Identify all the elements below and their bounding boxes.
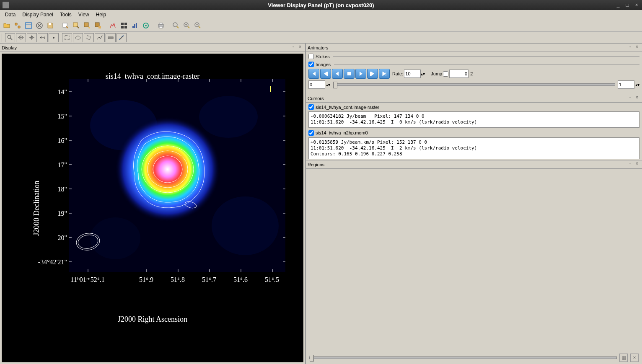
jump-max: 2 xyxy=(470,71,473,76)
ruler-tool[interactable] xyxy=(106,33,116,42)
ytick-6: 20" xyxy=(44,234,67,242)
anim-first-button[interactable] xyxy=(308,69,319,79)
frame-slider[interactable] xyxy=(333,83,615,86)
pan-tool[interactable] xyxy=(16,33,26,42)
plot-frame xyxy=(69,79,285,271)
jump-label: Jump xyxy=(431,71,442,76)
poly-region-tool[interactable] xyxy=(84,33,94,42)
menu-data[interactable]: Data xyxy=(2,11,19,18)
svg-rect-16 xyxy=(136,23,137,28)
display-undock-button[interactable]: ▫ xyxy=(290,44,297,51)
source-image xyxy=(109,111,226,228)
regions-delete-button[interactable]: × xyxy=(630,354,639,362)
register-button[interactable] xyxy=(13,21,23,31)
frame-start-input[interactable] xyxy=(308,80,325,89)
region-adjust-button[interactable] xyxy=(71,21,81,31)
profile-button[interactable] xyxy=(108,21,118,31)
menu-view[interactable]: View xyxy=(75,11,93,18)
xtick-2: 51ˢ.8 xyxy=(171,276,185,284)
cursors-close-button[interactable]: × xyxy=(634,95,640,102)
anim-play-button[interactable] xyxy=(367,69,378,79)
regions-body xyxy=(306,169,642,351)
animators-undock-button[interactable]: ▫ xyxy=(627,44,634,51)
maximize-button[interactable]: □ xyxy=(624,1,631,9)
menu-help[interactable]: Help xyxy=(93,11,110,18)
svg-rect-9 xyxy=(98,26,101,28)
cursors-undock-button[interactable]: ▫ xyxy=(627,95,634,102)
svg-rect-13 xyxy=(124,26,127,28)
svg-rect-12 xyxy=(121,26,124,28)
svg-rect-71 xyxy=(347,72,351,75)
region-picker-button[interactable] xyxy=(82,21,92,31)
point-tool[interactable] xyxy=(49,33,59,42)
rect-region-tool[interactable] xyxy=(62,33,72,42)
regions-grid-button[interactable]: ▦ xyxy=(619,354,628,362)
cursor1-checkbox[interactable] xyxy=(308,104,314,110)
ytick-4: 18" xyxy=(44,186,67,193)
anim-stop-button[interactable] xyxy=(344,69,355,79)
region-box-button[interactable] xyxy=(93,21,103,31)
zoom-unknown1-button[interactable] xyxy=(171,21,181,31)
svg-point-69 xyxy=(75,231,101,252)
new-region-button[interactable] xyxy=(60,21,70,31)
svg-rect-3 xyxy=(49,23,51,25)
zoom-in-button[interactable] xyxy=(182,21,192,31)
stretch-tool[interactable] xyxy=(38,33,48,42)
ellipse-region-tool[interactable] xyxy=(73,33,83,42)
anim-step-back-button[interactable] xyxy=(332,69,343,79)
regions-slider[interactable] xyxy=(309,356,617,359)
stokes-checkbox[interactable] xyxy=(308,54,314,59)
close-button[interactable]: × xyxy=(633,1,640,9)
print-button[interactable] xyxy=(156,21,166,31)
minimize-button[interactable]: _ xyxy=(614,1,622,9)
regions-title: Regions xyxy=(308,162,627,167)
display-area[interactable]: sis14_twhya_cont.image-raster J2000 Decl… xyxy=(2,54,303,362)
svg-point-18 xyxy=(145,25,147,26)
frame-end-input[interactable] xyxy=(618,80,634,89)
histogram-button[interactable] xyxy=(130,21,140,31)
animators-close-button[interactable]: × xyxy=(634,44,640,51)
jump-input[interactable] xyxy=(449,70,469,78)
cursor2-checkbox[interactable] xyxy=(308,130,314,136)
regions-close-button[interactable]: × xyxy=(634,161,640,168)
cursor1-data: -0.000634182 Jy/beam Pixel: 147 134 0 0 … xyxy=(308,111,639,128)
crosshair-tool[interactable] xyxy=(27,33,37,42)
svg-rect-0 xyxy=(26,23,31,28)
rate-label: Rate: xyxy=(392,71,403,76)
save-button[interactable] xyxy=(45,21,55,31)
xtick-0: 11ʰ01ᵐ52ˢ.1 xyxy=(70,276,104,284)
images-checkbox[interactable] xyxy=(308,62,314,67)
anim-rev-play-button[interactable] xyxy=(320,69,331,79)
toolbar-mouse xyxy=(0,32,642,44)
display-panel-title: Display xyxy=(2,45,290,50)
plot-ylabel: J2000 Declination xyxy=(32,181,41,235)
display-close-button[interactable]: × xyxy=(297,44,303,51)
moments-button[interactable] xyxy=(119,21,129,31)
pv-tool[interactable] xyxy=(116,33,127,42)
panel-button[interactable] xyxy=(23,21,34,31)
svg-rect-11 xyxy=(124,23,127,25)
polyline-tool[interactable] xyxy=(95,33,105,42)
jump-checkbox[interactable] xyxy=(443,71,448,77)
rate-input[interactable] xyxy=(404,70,421,78)
anim-last-button[interactable] xyxy=(379,69,390,79)
svg-point-7 xyxy=(88,27,90,28)
cursors-title: Cursors xyxy=(308,96,627,101)
window-title: Viewer Display Panel (pT) (on cvpost020) xyxy=(268,2,374,8)
zoom-out-button[interactable] xyxy=(193,21,203,31)
open-file-button[interactable] xyxy=(2,21,12,31)
display-panel-header: Display ▫ × xyxy=(0,44,305,52)
svg-point-29 xyxy=(75,36,80,39)
xtick-1: 51ˢ.9 xyxy=(139,276,153,284)
animators-panel-header: Animators ▫ × xyxy=(306,44,642,52)
regions-undock-button[interactable]: ▫ xyxy=(627,161,634,168)
anim-step-fwd-button[interactable] xyxy=(355,69,366,79)
close-data-button[interactable] xyxy=(34,21,44,31)
zoom-tool[interactable] xyxy=(5,33,15,42)
ytick-3: 17" xyxy=(44,161,67,169)
menu-display-panel[interactable]: Display Panel xyxy=(19,11,56,18)
fit-button[interactable] xyxy=(141,21,151,31)
ytick-5: 19" xyxy=(44,210,67,217)
menu-tools[interactable]: Tools xyxy=(57,11,75,18)
beam-ellipse xyxy=(73,229,103,254)
